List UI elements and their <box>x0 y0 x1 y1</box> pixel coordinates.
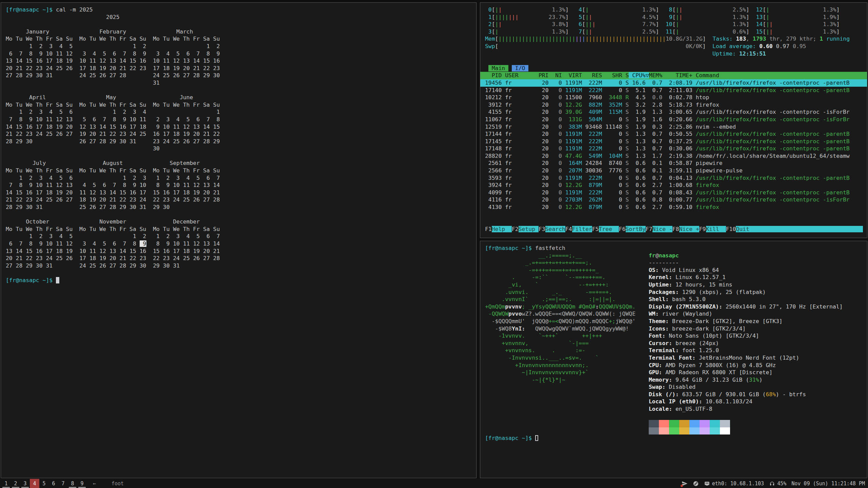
workspace-tag-2[interactable]: 2 <box>11 479 20 488</box>
terminal-calendar-pane[interactable]: [fr@nasapc ~]$ cal -m 2025 2025 January … <box>1 2 477 478</box>
shell-prompt: [fr@nasapc ~]$ cal -m 2025 <box>1 6 476 14</box>
process-row[interactable]: 3593 fr 20 0 1191M 222M 0 S 0.6 0.7 0:04… <box>480 174 867 182</box>
process-row[interactable]: 19456 fr 20 0 1191M 222M 0 S 16.6 0.7 2:… <box>480 79 867 87</box>
process-row[interactable]: 28820 fr 20 0 47.4G 549M 104M S 1.3 1.7 … <box>480 152 867 160</box>
workspace-tag-3[interactable]: 3 <box>20 479 30 488</box>
fastfetch-info-row: Terminal: foot 1.25.0 <box>649 347 843 354</box>
logo-line: +vnvnvns. . :=- <box>485 347 649 354</box>
logo-line: .vvnvnI` .;==|==;. :|=||=|. <box>485 296 649 303</box>
calendar-day-header: Mo Tu We Th Fr Sa Su Mo Tu We Th Fr Sa S… <box>1 35 476 43</box>
calendar-day-header: Mo Tu We Th Fr Sa Su Mo Tu We Th Fr Sa S… <box>1 101 476 109</box>
calendar-week-row: 13 14 15 16 17 18 19 10 11 12 13 14 15 1… <box>1 57 476 65</box>
htop-tabs[interactable]: Main I/O <box>480 65 867 72</box>
terminal-htop-pane[interactable]: 0[|| 1.3%] 4[| 1.3%] 8[|| 2.5%] 12[| 1.3… <box>480 2 867 238</box>
process-row[interactable]: 17140 fr 20 0 1191M 222M 0 S 5.1 0.7 2:1… <box>480 87 867 94</box>
workspace-tag-8[interactable]: 8 <box>68 479 77 488</box>
process-row[interactable]: 2561 fr 20 0 164M 24284 8740 S 0.6 0.1 0… <box>480 160 867 167</box>
shell-prompt: [fr@nasapc ~]$ <box>480 434 867 442</box>
process-table-header[interactable]: PID USER PRI NI VIRT RES SHR S CPU%▽MEM%… <box>480 72 867 79</box>
calendar-week-row: 20 21 22 23 24 25 26 17 18 19 20 21 22 2… <box>1 65 476 72</box>
calendar-week-row: 30 <box>1 145 476 152</box>
workspace-tag-1[interactable]: 1 <box>1 479 11 488</box>
clock: Nov 09 (Sun) 11:21:48 PM <box>791 481 865 487</box>
color-swatch <box>700 427 710 435</box>
workspace-tag-4[interactable]: 4 <box>30 479 39 488</box>
process-row[interactable]: 2566 fr 20 0 207M 30036 7776 S 0.6 0.1 3… <box>480 167 867 174</box>
fastfetch-body: __.;=====;.__ _.=+==++=++=+=+===;. -=+++… <box>480 252 867 435</box>
fastfetch-info-row: Kernel: Linux 6.12.57_1 <box>649 274 843 281</box>
swap-meter-row: Swp[ 0K/0K] Load average: 0.60 0.97 0.95 <box>480 43 867 50</box>
fastfetch-separator: --------- <box>649 259 843 267</box>
ethernet-icon <box>704 481 710 487</box>
color-swatch <box>659 427 669 435</box>
network-module: eth0: 10.68.1.103 <box>704 481 764 487</box>
color-swatch <box>679 427 689 435</box>
fastfetch-info-row: Disk (/): 633.57 GiB / 930.01 GiB (68%) … <box>649 391 843 398</box>
steam-icon <box>693 481 699 487</box>
color-swatch <box>689 420 700 427</box>
process-row[interactable]: 4130 fr 20 0 12.2G 879M 0 S 0.6 2.7 0:59… <box>480 204 867 211</box>
fastfetch-info-row: Display (27M1N5500ZA): 2560x1440 in 27",… <box>649 303 843 311</box>
process-row[interactable]: 17144 fr 20 0 1191M 222M 0 S 1.3 0.7 0:5… <box>480 130 867 138</box>
cpu-meter-row: 1[||||||| 23.7%] 5[|| 4.5%] 9[|| 1.3%] 1… <box>480 14 867 21</box>
workspace-tag-6[interactable]: 6 <box>49 479 58 488</box>
process-row[interactable]: 3924 fr 20 0 12.2G 879M 0 S 0.6 2.7 1:00… <box>480 182 867 189</box>
color-swatch <box>720 420 730 427</box>
fastfetch-info-row: Memory: 9.64 GiB / 31.23 GiB (31%) <box>649 376 843 384</box>
calendar-day-header: Mo Tu We Th Fr Sa Su Mo Tu We Th Fr Sa S… <box>1 226 476 233</box>
workspace-tag-5[interactable]: 5 <box>39 479 49 488</box>
palette-normal-row <box>649 420 843 427</box>
workspace-tags: 123456789 <box>1 479 87 488</box>
memory-meter-row: Mem[||||||||||||||||||||||||||||||||||||… <box>480 35 867 43</box>
color-swatch <box>710 420 720 427</box>
logo-line: -QQWQWpvvowZ?.wQQQE==<QWWQ/QWQW.QQWW(: j… <box>485 310 649 318</box>
calendar-month-names: July August September <box>1 160 476 167</box>
process-row[interactable]: 4099 fr 20 0 1191M 222M 0 S 0.6 0.7 0:08… <box>480 189 867 196</box>
volume-level: 45% <box>777 481 786 487</box>
calendar-week-row: 14 15 16 17 18 19 20 12 13 14 15 16 17 1… <box>1 123 476 131</box>
fastfetch-title: fr@nasapc <box>649 252 843 259</box>
calendar-week-row: 31 <box>1 79 476 87</box>
process-row[interactable]: 10212 fr 20 0 11500 7960 3448 R 4.5 0.0 … <box>480 94 867 101</box>
process-row[interactable]: 17148 fr 20 0 1191M 222M 0 S 1.3 0.7 0:3… <box>480 145 867 152</box>
color-swatch <box>669 420 679 427</box>
process-row[interactable]: 3912 fr 20 0 12.2G 882M 352M S 3.2 2.8 5… <box>480 101 867 109</box>
workspace-tag-9[interactable]: 9 <box>77 479 87 488</box>
cpu-meter-row: 3[| 1.3%] 7[|| 2.5%] 11[| 0.6%] 15[|| 1.… <box>480 28 867 36</box>
calendar-week-row: 1 2 3 4 5 6 1 2 3 1 2 3 4 5 6 7 <box>1 174 476 182</box>
headphones-icon <box>769 481 775 487</box>
calendar-month-names: April May June <box>1 94 476 101</box>
color-swatch <box>689 427 700 435</box>
fastfetch-info-row: OS: Void Linux x86_64 <box>649 267 843 274</box>
uptime-row: Uptime: 12:15:51 <box>480 50 867 58</box>
process-row[interactable]: 12519 fr 20 0 383M 93468 11148 S 1.9 0.3… <box>480 123 867 131</box>
calendar-week-row: 21 22 23 24 25 26 27 18 19 20 21 22 23 2… <box>1 196 476 204</box>
fastfetch-info-row: Shell: bash 5.3.0 <box>649 296 843 303</box>
process-row[interactable]: 11067 fr 20 0 131G 504M 0 S 1.9 1.6 0:20… <box>480 116 867 123</box>
cursor-hollow <box>535 435 538 441</box>
fastfetch-info-row: CPU: AMD Ryzen 7 5800X (16) @ 4.85 GHz <box>649 362 843 369</box>
calendar-output: [fr@nasapc ~]$ cal -m 2025 2025 January … <box>1 3 476 284</box>
terminal-fastfetch-pane[interactable]: [fr@nasapc ~]$ fastfetch __.;=====;.__ _… <box>480 241 867 478</box>
calendar-day-header: Mo Tu We Th Fr Sa Su Mo Tu We Th Fr Sa S… <box>1 167 476 174</box>
function-key-bar[interactable]: F1Help F2Setup F3SearchF4FilterF5Tree F6… <box>480 226 867 233</box>
calendar-week-row: 28 29 30 31 25 26 27 28 29 30 31 29 30 <box>1 204 476 211</box>
notification-dot <box>681 485 683 487</box>
process-row[interactable]: 17145 fr 20 0 1191M 222M 0 S 1.3 0.7 0:3… <box>480 138 867 145</box>
logo-line: -$QQQQmmU' jQQQ@+=<QWQQ)mQQQ.mQQQC+;jWQQ… <box>485 318 649 325</box>
network-address: eth0: 10.68.1.103 <box>712 481 764 487</box>
process-row[interactable]: 4116 fr 20 0 2703M 262M 0 S 0.6 0.8 0:00… <box>480 196 867 204</box>
fastfetch-info-row: Font: Noto Sans (10pt) [GTK2/3/4] <box>649 332 843 340</box>
fastfetch-info-row: Locale: en_US.UTF-8 <box>649 405 843 413</box>
workspace-tag-7[interactable]: 7 <box>58 479 68 488</box>
calendar-year: 2025 <box>1 14 476 21</box>
fastfetch-info-row: GPU: AMD Radeon RX 6800 XT [Discrete] <box>649 369 843 376</box>
fastfetch-info-row: Terminal Font: JetBrainsMono Nerd Font (… <box>649 354 843 362</box>
logo-line: ~|Invnvnvvnvvvnnv}+` <box>485 369 649 376</box>
process-row[interactable]: 4155 fr 20 0 39.0G 409M 115M S 1.9 1.3 3… <box>480 108 867 116</box>
color-swatch <box>669 427 679 435</box>
calendar-month-names: January February March <box>1 28 476 36</box>
logo-line: +Invnvnvnnnnnnnnvvnn;. <box>485 362 649 369</box>
calendar-week-row: 1 2 3 4 5 6 1 2 3 4 1 <box>1 108 476 116</box>
calendar-week-row: 6 7 8 9 10 11 12 3 4 5 6 7 8 9 8 9 10 11… <box>1 240 476 248</box>
